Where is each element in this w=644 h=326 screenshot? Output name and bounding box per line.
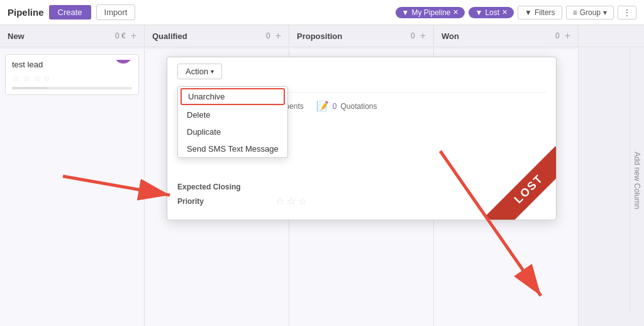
priority-stars: ☆ ☆ ☆	[275, 195, 307, 207]
add-card-qualified[interactable]: +	[275, 30, 281, 42]
action-button[interactable]: Action ▾	[177, 64, 222, 79]
quotations-label: Quotations	[340, 102, 377, 111]
priority-star-1[interactable]: ☆	[275, 195, 284, 207]
add-new-column[interactable]: Add new Column	[630, 49, 644, 312]
quotations-count: 0	[333, 102, 337, 111]
lead-stars: ☆ ☆ ☆ ○	[12, 73, 132, 83]
star-2[interactable]: ☆	[23, 73, 31, 83]
chevron-down-icon: ▾	[603, 8, 607, 17]
priority-star-3[interactable]: ☆	[298, 195, 307, 207]
star-circle: ○	[44, 73, 49, 83]
col-header-proposition: Proposition 0 +	[289, 25, 434, 47]
dropdown-arrow-icon: ▾	[211, 68, 214, 75]
filter-tag-my-pipeline[interactable]: ▼ My Pipeline ✕	[396, 7, 465, 18]
import-button[interactable]: Import	[96, 4, 136, 20]
close-icon-2[interactable]: ✕	[502, 8, 508, 16]
columns-header: New 0 € + Qualified 0 + Proposition 0 +	[0, 25, 644, 47]
detail-footer: Expected Closing Priority ☆ ☆ ☆	[167, 175, 556, 207]
dropdown-item-unarchive[interactable]: Unarchive	[180, 88, 285, 105]
stat-quotations[interactable]: 📝 0 Quotations	[316, 100, 377, 112]
page-title: Pipeline	[8, 7, 44, 18]
filter-icon: ▼	[402, 8, 409, 17]
filter-tag-lost[interactable]: ▼ Lost ✕	[469, 7, 514, 18]
priority-label: Priority	[177, 197, 265, 206]
action-dropdown: Unarchive Delete Duplicate Send SMS Text…	[177, 86, 288, 158]
expected-closing-label: Expected Closing	[177, 183, 265, 191]
col-header-won: Won 0 +	[434, 25, 579, 47]
dropdown-item-sms[interactable]: Send SMS Text Message	[178, 140, 287, 157]
col-count-won: 0	[555, 31, 560, 40]
kanban-col-new: test lead ☆ ☆ ☆ ○	[0, 49, 145, 326]
col-header-qualified: Qualified 0 +	[145, 25, 289, 47]
dropdown-item-delete[interactable]: Delete	[178, 106, 287, 123]
add-card-proposition[interactable]: +	[420, 30, 426, 42]
close-icon[interactable]: ✕	[453, 8, 458, 16]
lead-title: test lead	[12, 60, 132, 69]
filters-button[interactable]: ▼ Filters	[518, 6, 562, 20]
expected-closing-row: Expected Closing	[177, 183, 546, 191]
create-button[interactable]: Create	[49, 5, 91, 20]
filter-tag-label-2: Lost	[485, 8, 499, 17]
top-bar-left: Pipeline Create Import	[8, 4, 135, 20]
group-button[interactable]: ≡ Group ▾	[566, 6, 614, 20]
col-title-won: Won	[441, 31, 459, 41]
col-count-qualified: 0	[266, 31, 270, 40]
priority-star-2[interactable]: ☆	[287, 195, 296, 207]
progress-fill	[12, 87, 48, 89]
col-title-proposition: Proposition	[297, 31, 342, 41]
star-1[interactable]: ☆	[12, 73, 20, 83]
star-3[interactable]: ☆	[33, 73, 42, 83]
add-card-won[interactable]: +	[565, 30, 570, 42]
more-button[interactable]: ⋮	[618, 6, 636, 20]
col-title-new: New	[8, 31, 25, 41]
top-bar: Pipeline Create Import ▼ My Pipeline ✕ ▼…	[0, 0, 644, 25]
action-bar: Action ▾	[167, 57, 556, 79]
kanban-area: New 0 € + Qualified 0 + Proposition 0 +	[0, 25, 644, 326]
quotations-icon: 📝	[316, 100, 329, 112]
progress-bar	[12, 87, 132, 89]
col-amount-new: 0 €	[115, 31, 126, 40]
priority-row: Priority ☆ ☆ ☆	[177, 195, 546, 207]
col-count-proposition: 0	[411, 31, 415, 40]
top-bar-right: ▼ My Pipeline ✕ ▼ Lost ✕ ▼ Filters ≡ Gro…	[396, 6, 636, 20]
detail-panel: Action ▾ Unarchive Delete Duplicate Send…	[167, 57, 557, 220]
col-header-new: New 0 € +	[0, 25, 145, 47]
filter-icon-btn: ▼	[525, 8, 532, 17]
filter-icon-2: ▼	[475, 8, 482, 17]
action-label: Action	[186, 67, 208, 76]
group-icon: ≡	[573, 8, 577, 17]
col-title-qualified: Qualified	[152, 31, 187, 41]
dropdown-item-duplicate[interactable]: Duplicate	[178, 123, 287, 140]
add-card-new[interactable]: +	[131, 30, 136, 42]
lead-card[interactable]: test lead ☆ ☆ ☆ ○	[5, 54, 139, 95]
filter-tag-label: My Pipeline	[411, 8, 450, 17]
